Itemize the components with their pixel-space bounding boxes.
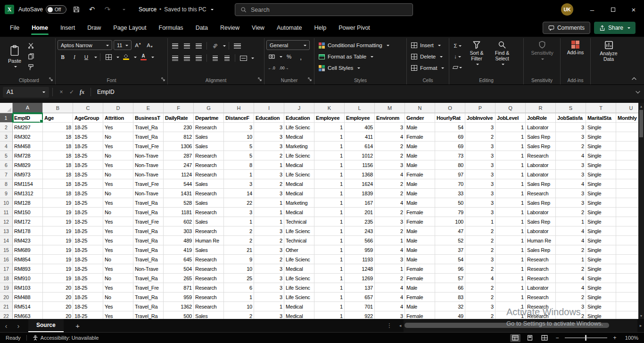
- cell-G3[interactable]: Sales: [194, 132, 224, 142]
- cell-S22[interactable]: 2: [556, 311, 586, 319]
- column-header-L[interactable]: L: [345, 103, 375, 113]
- cell-Q8[interactable]: 1: [495, 179, 526, 189]
- cell-B22[interactable]: 20: [43, 311, 73, 319]
- cell-A15[interactable]: RM689: [13, 245, 43, 255]
- autosave-control[interactable]: AutoSave Off: [18, 5, 66, 14]
- cell-N19[interactable]: Male: [405, 283, 435, 293]
- column-header-G[interactable]: G: [194, 103, 224, 113]
- cell-P14[interactable]: 2: [465, 236, 495, 245]
- cell-D22[interactable]: Yes: [103, 311, 133, 319]
- cell-O1[interactable]: HourlyRat: [435, 113, 465, 123]
- cell-U7[interactable]: 1: [616, 170, 638, 179]
- cell-I10[interactable]: 1: [254, 198, 284, 208]
- cell-F1[interactable]: DailyRate: [164, 113, 194, 123]
- cell-C4[interactable]: 18-25: [73, 142, 103, 151]
- cell-O14[interactable]: 52: [435, 236, 465, 245]
- cell-F14[interactable]: 489: [164, 236, 194, 245]
- cell-E14[interactable]: Travel_Ra: [133, 236, 164, 245]
- cell-R8[interactable]: Sales Rep: [526, 179, 556, 189]
- cell-J18[interactable]: Life Scienc: [284, 274, 314, 283]
- cancel-icon[interactable]: ×: [56, 87, 66, 97]
- cell-E7[interactable]: Non-Trave: [133, 170, 164, 179]
- paste-button[interactable]: Paste: [5, 38, 25, 74]
- column-header-S[interactable]: S: [556, 103, 586, 113]
- cell-Q21[interactable]: 1: [495, 302, 526, 311]
- copy-icon[interactable]: [25, 51, 36, 61]
- cell-D16[interactable]: No: [103, 255, 133, 264]
- font-color-icon[interactable]: A: [138, 52, 149, 62]
- sensitivity-button[interactable]: Sensitivity: [529, 38, 555, 61]
- cell-B3[interactable]: 18: [43, 132, 73, 142]
- autosum-icon[interactable]: Σ: [452, 41, 463, 50]
- cell-F7[interactable]: 1124: [164, 170, 194, 179]
- cell-Q2[interactable]: 1: [495, 123, 526, 132]
- row-header-2[interactable]: 2: [0, 123, 13, 132]
- cell-H14[interactable]: 2: [224, 236, 254, 245]
- row-header-13[interactable]: 13: [0, 226, 13, 236]
- cell-M4[interactable]: 2: [375, 142, 405, 151]
- column-header-B[interactable]: B: [43, 103, 73, 113]
- cell-F13[interactable]: 303: [164, 226, 194, 236]
- cell-M19[interactable]: 4: [375, 283, 405, 293]
- cell-U18[interactable]: 1: [616, 274, 638, 283]
- add-sheet-button[interactable]: +: [73, 322, 83, 330]
- cell-N21[interactable]: Male: [405, 302, 435, 311]
- fill-icon[interactable]: ↓: [452, 52, 463, 61]
- cell-P20[interactable]: 2: [465, 293, 495, 302]
- cell-N2[interactable]: Male: [405, 123, 435, 132]
- cell-D21[interactable]: Yes: [103, 302, 133, 311]
- cell-D8[interactable]: Yes: [103, 179, 133, 189]
- align-left-icon[interactable]: [170, 53, 180, 63]
- cell-A7[interactable]: RM973: [13, 170, 43, 179]
- cell-G21[interactable]: Research: [194, 302, 224, 311]
- cell-C10[interactable]: 18-25: [73, 198, 103, 208]
- cell-K21[interactable]: 1: [314, 302, 345, 311]
- align-center-icon[interactable]: [182, 53, 192, 63]
- row-header-14[interactable]: 14: [0, 236, 13, 245]
- cell-N1[interactable]: Gender: [405, 113, 435, 123]
- cell-B2[interactable]: 18: [43, 123, 73, 132]
- cell-T13[interactable]: Single: [586, 226, 616, 236]
- cell-S16[interactable]: 1: [556, 255, 586, 264]
- cell-T16[interactable]: Single: [586, 255, 616, 264]
- cell-P15[interactable]: 2: [465, 245, 495, 255]
- cell-C18[interactable]: 18-25: [73, 274, 103, 283]
- cell-C7[interactable]: 18-25: [73, 170, 103, 179]
- cell-I4[interactable]: 3: [254, 142, 284, 151]
- number-dialog-launcher[interactable]: [308, 75, 312, 83]
- cell-A20[interactable]: RM488: [13, 293, 43, 302]
- column-header-E[interactable]: E: [133, 103, 164, 113]
- cell-P19[interactable]: 2: [465, 283, 495, 293]
- cell-M15[interactable]: 4: [375, 245, 405, 255]
- cell-K16[interactable]: 1: [314, 255, 345, 264]
- cell-G7[interactable]: Research: [194, 170, 224, 179]
- cell-R22[interactable]: Research: [526, 311, 556, 319]
- increase-decimal-icon[interactable]: ←.0: [266, 63, 277, 73]
- cell-L13[interactable]: 243: [345, 226, 375, 236]
- add-ins-button[interactable]: Add-ins: [565, 38, 586, 57]
- cell-M11[interactable]: 2: [375, 208, 405, 217]
- cell-R7[interactable]: Laborator: [526, 170, 556, 179]
- decrease-decimal-icon[interactable]: .00→: [278, 63, 289, 73]
- cell-U8[interactable]: 1: [616, 179, 638, 189]
- row-header-4[interactable]: 4: [0, 142, 13, 151]
- scroll-up-icon[interactable]: ▲: [640, 103, 643, 109]
- cell-H12[interactable]: 1: [224, 217, 254, 226]
- cell-Q13[interactable]: 1: [495, 226, 526, 236]
- cell-R1[interactable]: JobRole: [526, 113, 556, 123]
- cell-L8[interactable]: 1624: [345, 179, 375, 189]
- cell-Q12[interactable]: 1: [495, 217, 526, 226]
- chevron-down-icon[interactable]: [280, 56, 282, 59]
- cell-T21[interactable]: Single: [586, 302, 616, 311]
- cell-P9[interactable]: 3: [465, 189, 495, 198]
- cell-R15[interactable]: Sales Rep: [526, 245, 556, 255]
- cell-Q18[interactable]: 1: [495, 274, 526, 283]
- cell-B12[interactable]: 19: [43, 217, 73, 226]
- cell-K19[interactable]: 1: [314, 283, 345, 293]
- cell-A4[interactable]: RM458: [13, 142, 43, 151]
- column-header-J[interactable]: J: [284, 103, 314, 113]
- cell-B6[interactable]: 18: [43, 160, 73, 170]
- scroll-down-icon[interactable]: ▼: [640, 312, 643, 319]
- insert-function-icon[interactable]: fx: [77, 87, 87, 97]
- cell-A13[interactable]: RM178: [13, 226, 43, 236]
